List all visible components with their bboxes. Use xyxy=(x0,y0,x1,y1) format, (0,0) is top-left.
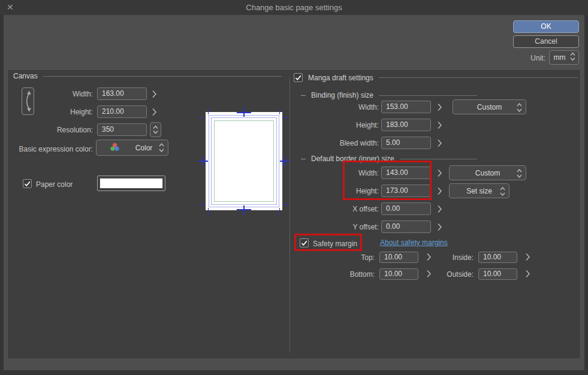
resolution-stepper[interactable] xyxy=(150,122,161,137)
bleed-width-input[interactable]: 5.00 xyxy=(381,137,431,149)
manga-draft-header: Manga draft settings xyxy=(294,73,578,82)
title-bar: ✕ Change basic page settings xyxy=(0,0,588,15)
subsection-dash xyxy=(301,159,306,159)
canvas-section-header: Canvas xyxy=(13,72,282,80)
binding-size-preset-select[interactable]: Custom xyxy=(453,99,526,114)
default-border-header: Default border (inner) size xyxy=(301,155,477,163)
crop-mark xyxy=(208,208,209,215)
x-offset-label: X offset: xyxy=(293,205,379,213)
about-safety-margins-link[interactable]: About safety margins xyxy=(380,238,448,247)
binding-size-title: Binding (finish) size xyxy=(311,91,373,99)
ok-button[interactable]: OK xyxy=(513,20,579,33)
default-border-title: Default border (inner) size xyxy=(311,155,394,163)
y-offset-label: Y offset: xyxy=(293,223,379,231)
crop-mark xyxy=(198,161,208,162)
dialog-title: Change basic page settings xyxy=(0,3,588,12)
resolution-input[interactable]: 350 xyxy=(97,123,147,136)
canvas-height-label: Height: xyxy=(5,108,93,116)
binding-size-header: Binding (finish) size xyxy=(301,91,477,99)
basic-expression-color-label: Basic expression color: xyxy=(5,145,93,153)
border-height-label: Height: xyxy=(293,187,379,195)
paper-color-value xyxy=(99,178,163,189)
canvas-height-apply-chevron-icon[interactable] xyxy=(152,108,159,116)
chevron-updown-icon xyxy=(569,52,576,63)
safety-margin-checkbox[interactable] xyxy=(300,238,309,247)
unit-select[interactable]: mm xyxy=(549,50,579,65)
canvas-section-title: Canvas xyxy=(13,72,38,80)
binding-height-apply-chevron-icon[interactable] xyxy=(437,121,444,129)
section-rule xyxy=(400,159,477,159)
margin-inside-label: Inside: xyxy=(429,253,474,262)
panel-divider xyxy=(290,78,290,352)
border-height-input[interactable]: 173.00 xyxy=(381,185,431,197)
subsection-dash xyxy=(301,95,306,96)
binding-height-input[interactable]: 183.00 xyxy=(381,119,431,131)
chevron-updown-icon xyxy=(152,125,159,135)
safety-margin-label: Safety margin xyxy=(313,240,357,248)
binding-width-input[interactable]: 153.00 xyxy=(381,101,431,113)
unit-value: mm xyxy=(550,53,569,62)
bleed-width-apply-chevron-icon[interactable] xyxy=(437,139,444,147)
canvas-width-label: Width: xyxy=(5,90,93,98)
chevron-updown-icon xyxy=(158,142,165,155)
border-width-label: Width: xyxy=(293,169,379,177)
x-offset-input[interactable]: 0.00 xyxy=(381,202,431,215)
border-height-apply-chevron-icon[interactable] xyxy=(437,187,444,195)
chevron-updown-icon xyxy=(516,102,523,115)
crop-mark xyxy=(279,208,280,215)
crop-mark xyxy=(282,117,288,118)
border-width-apply-chevron-icon[interactable] xyxy=(437,169,444,177)
crop-mark xyxy=(237,209,251,210)
border-size-preset-select[interactable]: Custom xyxy=(449,165,526,180)
unit-label: Unit: xyxy=(503,54,545,62)
margin-top-label: Top: xyxy=(327,253,375,262)
margin-outside-input[interactable]: 10.00 xyxy=(478,268,517,280)
canvas-width-apply-chevron-icon[interactable] xyxy=(152,90,159,98)
crop-mark xyxy=(200,117,206,118)
crop-mark xyxy=(243,205,245,215)
set-size-select[interactable]: Set size xyxy=(449,183,509,198)
paper-color-checkbox[interactable] xyxy=(23,179,32,188)
bleed-width-label: Bleed width: xyxy=(293,139,379,147)
binding-width-label: Width: xyxy=(293,103,379,111)
binding-width-apply-chevron-icon[interactable] xyxy=(437,103,444,111)
margin-inside-apply-chevron-icon[interactable] xyxy=(525,253,532,261)
cancel-button[interactable]: Cancel xyxy=(513,35,579,48)
section-rule xyxy=(379,77,578,78)
y-offset-apply-chevron-icon[interactable] xyxy=(437,223,444,231)
check-icon xyxy=(295,75,301,81)
safety-margin-line xyxy=(214,120,274,202)
crop-mark xyxy=(280,161,290,162)
paper-color-swatch[interactable] xyxy=(97,176,165,191)
crop-mark xyxy=(200,204,206,205)
manga-draft-checkbox[interactable] xyxy=(294,73,303,82)
margin-outside-label: Outside: xyxy=(429,270,474,279)
binding-height-label: Height: xyxy=(293,121,379,129)
check-icon xyxy=(301,240,307,246)
margin-bottom-label: Bottom: xyxy=(327,270,375,279)
y-offset-input[interactable]: 0.00 xyxy=(381,220,431,233)
margin-inside-input[interactable]: 10.00 xyxy=(478,252,517,263)
canvas-height-input[interactable]: 210.00 xyxy=(97,105,147,118)
chevron-updown-icon xyxy=(516,168,523,181)
border-width-input[interactable]: 143.00 xyxy=(381,167,431,179)
paper-color-label: Paper color xyxy=(36,180,73,189)
section-rule xyxy=(43,76,282,77)
crop-mark xyxy=(237,112,251,113)
margin-bottom-input[interactable]: 10.00 xyxy=(379,268,418,280)
margin-top-input[interactable]: 10.00 xyxy=(379,252,418,263)
basic-expression-color-select[interactable]: Color xyxy=(96,140,168,156)
chevron-updown-icon xyxy=(499,186,506,199)
canvas-width-input[interactable]: 163.00 xyxy=(97,87,147,100)
manga-draft-title: Manga draft settings xyxy=(308,74,373,82)
crop-mark xyxy=(208,107,209,114)
binding-size-preset-value: Custom xyxy=(453,103,526,111)
crop-mark xyxy=(279,107,280,114)
check-icon xyxy=(24,181,31,187)
x-offset-apply-chevron-icon[interactable] xyxy=(437,205,444,213)
resolution-label: Resolution: xyxy=(5,126,93,134)
section-rule xyxy=(379,95,477,96)
color-mode-icon xyxy=(110,143,120,153)
margin-outside-apply-chevron-icon[interactable] xyxy=(525,270,532,278)
border-size-preset-value: Custom xyxy=(450,169,526,177)
